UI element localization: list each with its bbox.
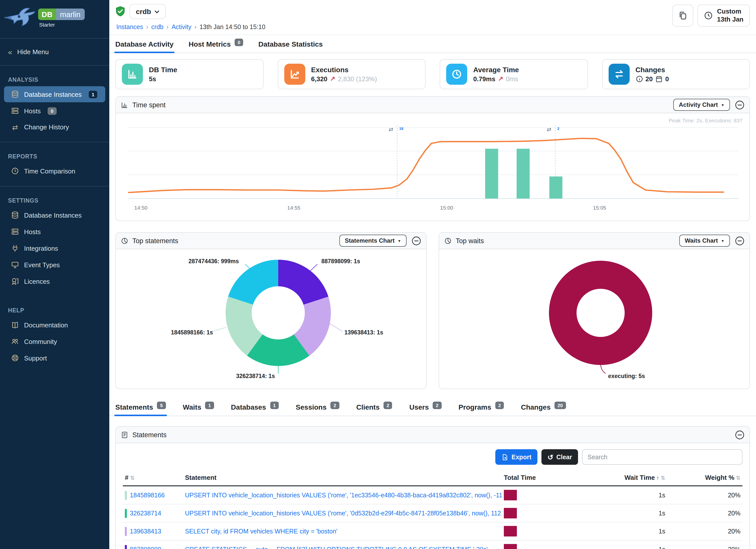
kpi-cards: DB Time 5s Executions 6,320 ↗ 2,830 (123…: [109, 53, 756, 89]
collapse-panel-button[interactable]: [735, 100, 744, 110]
sidebar-item-support[interactable]: Support: [4, 350, 105, 366]
sidebar-item-settings-database-instances[interactable]: Database Instances: [4, 207, 105, 223]
col-header-id: #: [125, 474, 128, 481]
sidebar-item-hosts[interactable]: Hosts 0: [4, 103, 105, 119]
sidebar-item-community[interactable]: Community: [4, 333, 105, 349]
statement-id-link[interactable]: 139638413: [130, 528, 161, 535]
sidebar-item-label: Time Comparison: [24, 167, 75, 175]
tab-users[interactable]: Users 2: [409, 403, 441, 416]
top-statements-chart[interactable]: 287474436: 999ms 887898099: 1s 139638413…: [116, 249, 426, 389]
clock-icon: [704, 11, 713, 20]
activity-chart-dropdown[interactable]: Activity Chart ▼: [673, 99, 730, 111]
app-root: DB marlin Starter « Hide Menu ANALYSIS D…: [0, 0, 756, 549]
time-range-line1: Custom: [717, 8, 741, 15]
tab-databases[interactable]: Databases 1: [231, 403, 278, 416]
breadcrumb-link-crdb[interactable]: crdb: [151, 24, 163, 31]
statement-id-link[interactable]: 1845898166: [130, 492, 165, 499]
sidebar-item-database-instances[interactable]: Database Instances 1: [4, 86, 105, 102]
weight-cell: 20%: [667, 522, 742, 540]
statement-link[interactable]: UPSERT INTO vehicle_location_histories V…: [185, 492, 502, 499]
svg-text:18: 18: [399, 126, 403, 131]
pie-chart-icon: [444, 237, 452, 244]
sidebar-item-label: Support: [24, 354, 47, 362]
tab-changes[interactable]: Changes 20: [521, 403, 566, 416]
statement-color-tick: [125, 509, 127, 518]
peak-note: Peak Time: 2s, Executions: 837: [669, 117, 742, 123]
caret-down-icon: ▼: [721, 239, 724, 242]
kpi-db-time: DB Time 5s: [115, 59, 263, 89]
collapse-panel-button[interactable]: [735, 430, 744, 439]
tab-waits[interactable]: Waits 1: [183, 403, 214, 416]
kpi-changes: Changes 20 0: [602, 59, 750, 89]
breadcrumb-link-instances[interactable]: Instances: [116, 24, 143, 31]
export-button[interactable]: Export: [496, 449, 537, 465]
statement-link[interactable]: CREATE STATISTICS __auto__ FROM [63] WIT…: [185, 546, 488, 549]
sidebar-item-documentation[interactable]: Documentation: [4, 317, 105, 333]
tab-database-statistics[interactable]: Database Statistics: [258, 40, 323, 53]
slice-label-887898099: 887898099: 1s: [321, 258, 360, 264]
plug-icon: [11, 244, 19, 252]
divider: [0, 186, 109, 187]
collapse-panel-button[interactable]: [735, 236, 744, 245]
search-input[interactable]: [582, 449, 742, 465]
total-time-bar: [504, 526, 517, 536]
copy-link-button[interactable]: [673, 5, 694, 27]
sidebar-item-change-history[interactable]: ⇄ Change History: [4, 119, 105, 135]
waits-chart-dropdown[interactable]: Waits Chart ▼: [679, 235, 730, 247]
tab-statements[interactable]: Statements 5: [115, 403, 166, 416]
sort-icon[interactable]: ⇅: [661, 475, 665, 481]
sidebar: DB marlin Starter « Hide Menu ANALYSIS D…: [0, 0, 109, 549]
time-range-button[interactable]: Custom 13th Jan: [698, 5, 750, 27]
brand-logo[interactable]: DB marlin Starter: [0, 0, 109, 34]
divider: [0, 38, 109, 39]
time-spent-panel-header: Time spent Activity Chart ▼: [116, 97, 749, 113]
table-row: 1845898166 UPSERT INTO vehicle_location_…: [123, 486, 742, 504]
server-icon: [11, 107, 19, 115]
breadcrumb-link-activity[interactable]: Activity: [171, 24, 191, 31]
sort-icon-active[interactable]: ↑: [656, 475, 659, 481]
bar-chart-icon: [121, 101, 128, 109]
tab-sessions[interactable]: Sessions 2: [296, 403, 339, 416]
statement-link[interactable]: UPSERT INTO vehicle_location_histories V…: [185, 510, 502, 517]
hide-menu-button[interactable]: « Hide Menu: [0, 43, 109, 61]
copy-icon: [679, 11, 688, 20]
breadcrumb: Instances›crdb›Activity›13th Jan 14:50 t…: [115, 19, 266, 35]
instance-selector-button[interactable]: crdb: [129, 4, 166, 19]
sidebar-item-integrations[interactable]: Integrations: [4, 240, 105, 256]
sort-icon[interactable]: ⇅: [736, 475, 740, 481]
top-waits-chart[interactable]: executing: 5s: [439, 249, 749, 389]
caret-down-icon: ▼: [721, 103, 724, 107]
tab-host-metrics[interactable]: Host Metrics 0: [188, 40, 243, 53]
statements-panel: Statements Export ↺ Clear: [115, 426, 750, 549]
sidebar-item-label: Hosts: [24, 228, 41, 235]
sidebar-item-licences[interactable]: Licences: [4, 273, 105, 289]
total-time-bar: [504, 490, 517, 500]
sidebar-item-event-types[interactable]: Event Types: [4, 257, 105, 273]
sort-icon[interactable]: ⇅: [130, 475, 134, 481]
kpi-info-count: 20: [645, 75, 653, 83]
statement-id-link[interactable]: 887898099: [130, 546, 161, 549]
sidebar-item-time-comparison[interactable]: Time Comparison: [4, 163, 105, 179]
breadcrumb-current: 13th Jan 14:50 to 15:10: [200, 24, 265, 31]
col-header-weight: Weight %: [705, 474, 734, 481]
section-title-help: HELP: [0, 300, 109, 316]
count-badge: 2: [384, 402, 392, 409]
tab-database-activity[interactable]: Database Activity: [115, 40, 173, 53]
sidebar-item-settings-hosts[interactable]: Hosts: [4, 224, 105, 240]
clear-button[interactable]: ↺ Clear: [541, 449, 578, 465]
tab-clients[interactable]: Clients 2: [356, 403, 392, 416]
statement-link[interactable]: SELECT city, id FROM vehicles WHERE city…: [185, 528, 337, 535]
statement-id-link[interactable]: 326238714: [130, 510, 161, 517]
top-statements-panel: Top statements Statements Chart ▼: [115, 232, 427, 389]
chevron-down-icon: [155, 10, 160, 13]
tab-programs[interactable]: Programs 2: [458, 403, 504, 416]
sidebar-item-label: Change History: [24, 123, 69, 131]
collapse-panel-button[interactable]: [412, 236, 421, 245]
total-time-bar: [504, 544, 517, 549]
statements-chart-dropdown[interactable]: Statements Chart ▼: [339, 235, 407, 247]
panel-title: Top statements: [132, 237, 178, 244]
line-chart-icon: [284, 64, 305, 85]
kpi-title: Executions: [311, 66, 377, 74]
time-spent-chart[interactable]: 14:5014:5515:0015:05⇄18⇄2 Peak Time: 2s,…: [116, 113, 749, 221]
kpi-average-time: Average Time 0.79ms ↗ 0ms: [440, 59, 588, 89]
